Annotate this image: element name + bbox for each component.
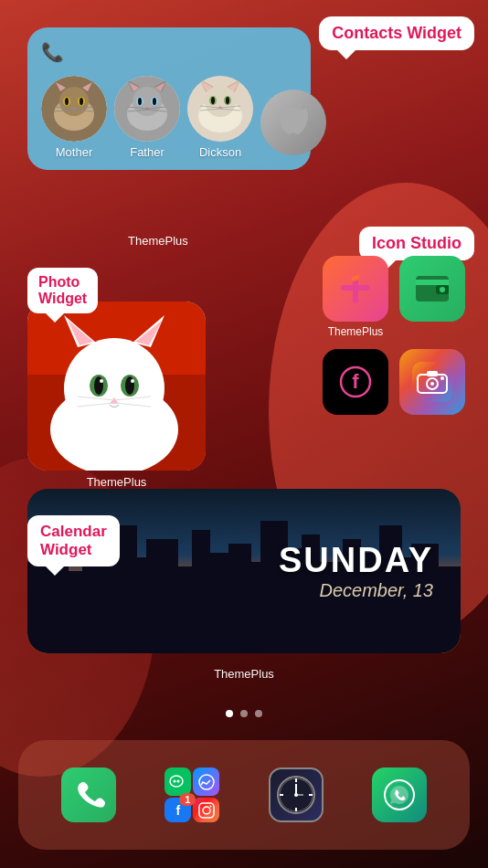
- svg-point-84: [440, 376, 444, 380]
- contacts-avatars: Mother: [41, 76, 297, 159]
- avatar-apple: [260, 90, 326, 155]
- contact-name-dickson: Dickson: [199, 145, 241, 159]
- svg-point-82: [430, 382, 434, 386]
- page-dots: [0, 710, 488, 717]
- app-icon-facebook[interactable]: f: [323, 349, 388, 415]
- dock-mini-icons-grid: f 1: [164, 767, 219, 822]
- calendar-day: SUNDAY: [279, 541, 433, 580]
- svg-point-115: [209, 805, 211, 807]
- contact-father[interactable]: Father: [114, 76, 180, 159]
- calendar-widget-label: Calendar Widget: [27, 515, 120, 566]
- svg-point-10: [80, 98, 83, 105]
- dot-1: [226, 710, 233, 717]
- calendar-date: December, 13: [319, 580, 433, 601]
- dock-icon-messenger[interactable]: [193, 767, 219, 796]
- svg-point-75: [440, 287, 445, 292]
- photo-cat-image: [27, 302, 206, 471]
- svg-point-109: [170, 776, 183, 787]
- app-themeplus-container[interactable]: ThemePlus: [323, 256, 388, 338]
- dot-2: [240, 710, 248, 717]
- dock-icon-phone[interactable]: [61, 767, 116, 822]
- phone-icon: 📞: [41, 41, 67, 67]
- dock-icon-whatsapp[interactable]: [372, 767, 427, 822]
- dock-icon-compass[interactable]: [269, 767, 324, 822]
- contacts-themeplus-label: ThemePlus: [128, 234, 188, 248]
- avatar-dickson: [187, 76, 253, 142]
- app-icon-camera[interactable]: [399, 349, 465, 415]
- avatar-father: [114, 76, 180, 142]
- camera-icon-svg: [412, 362, 452, 402]
- cat-avatar-2: [114, 76, 180, 142]
- app-icon-themeplus[interactable]: [323, 256, 388, 322]
- dot-3: [255, 710, 262, 717]
- contact-name-mother: Mother: [56, 145, 92, 159]
- wallet-icon-svg: [412, 269, 452, 309]
- app-icon-row-1: ThemePlus: [323, 256, 465, 338]
- svg-point-59: [94, 376, 103, 395]
- svg-point-110: [173, 779, 175, 782]
- svg-point-112: [199, 775, 214, 789]
- svg-point-61: [100, 379, 103, 383]
- contacts-widget[interactable]: 📞: [27, 27, 311, 170]
- facebook-badge: 1: [179, 793, 196, 806]
- calendar-themeplus-label: ThemePlus: [0, 667, 488, 681]
- cat-avatar-3: [187, 76, 253, 142]
- dock-icon-facebook-mini[interactable]: f 1: [164, 798, 191, 822]
- svg-text:f: f: [352, 370, 359, 393]
- dock: f 1: [18, 740, 470, 850]
- avatar-mother: [41, 76, 107, 142]
- facebook-f-letter: f: [175, 803, 180, 818]
- svg-point-60: [125, 376, 134, 395]
- contact-mother[interactable]: Mother: [41, 76, 107, 159]
- themeplus-icon-svg: [334, 267, 377, 311]
- app-themeplus-name: ThemePlus: [328, 325, 384, 338]
- svg-point-62: [131, 379, 134, 383]
- svg-point-52: [64, 338, 164, 439]
- wechat-icon-svg: [168, 772, 188, 792]
- svg-point-26: [153, 98, 156, 105]
- photo-themeplus-label: ThemePlus: [27, 475, 206, 489]
- contact-dickson[interactable]: Dickson: [187, 76, 253, 159]
- dock-icon-instagram[interactable]: [193, 798, 219, 822]
- messenger-icon-svg: [196, 772, 217, 792]
- svg-point-124: [294, 793, 298, 797]
- cat-avatar-1: [41, 76, 107, 142]
- svg-point-41: [211, 97, 215, 104]
- phone-icon-svg: [72, 778, 105, 811]
- contact-name-father: Father: [130, 145, 164, 159]
- facebook-icon-svg: f: [335, 362, 376, 402]
- whatsapp-icon-svg: [383, 778, 416, 811]
- photo-widget-label: Photo Widget: [27, 268, 98, 313]
- contacts-header: 📞: [41, 41, 297, 67]
- svg-point-114: [203, 807, 210, 814]
- photo-widget-frame[interactable]: [27, 302, 206, 471]
- calendar-overlay: SUNDAY December, 13: [27, 489, 461, 653]
- app-icon-wallet[interactable]: [399, 256, 465, 322]
- app-icons-grid: ThemePlus f: [323, 256, 465, 415]
- apple-icon: [273, 102, 313, 143]
- svg-rect-73: [416, 280, 449, 285]
- app-icon-row-2: f: [323, 349, 465, 415]
- instagram-icon-svg: [198, 802, 215, 819]
- svg-point-9: [65, 98, 69, 105]
- svg-point-111: [176, 779, 179, 782]
- compass-icon-svg: [276, 775, 316, 815]
- svg-rect-113: [199, 803, 214, 818]
- svg-point-42: [226, 97, 229, 104]
- contacts-widget-label: Contacts Widget: [319, 16, 474, 50]
- contact-apple[interactable]: [260, 90, 326, 159]
- svg-point-25: [138, 98, 142, 105]
- svg-rect-83: [427, 371, 438, 376]
- dock-icon-wechat[interactable]: [164, 767, 191, 796]
- dock-social-group[interactable]: f 1: [164, 767, 219, 822]
